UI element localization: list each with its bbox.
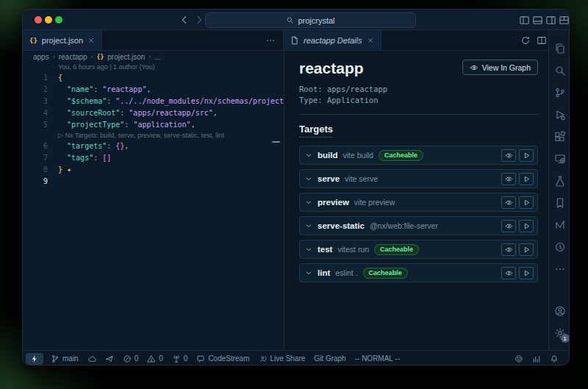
token: "sourceRoot" [67, 109, 120, 117]
split-editor-icon[interactable] [537, 35, 547, 46]
breadcrumb-separator: › [148, 53, 151, 60]
status-item-feedback[interactable] [510, 353, 528, 365]
cacheable-badge: Cacheable [379, 150, 423, 161]
account-icon[interactable] [549, 300, 570, 322]
code-line-7[interactable]: 7 "tags": [] [23, 152, 284, 164]
show-config-button[interactable] [501, 173, 516, 185]
more-icon[interactable] [549, 258, 570, 280]
run-target-button[interactable] [519, 220, 534, 232]
source-control-icon[interactable] [549, 82, 570, 104]
status-item-git-branch[interactable]: main [46, 353, 83, 365]
chevron-down-icon[interactable] [305, 222, 312, 229]
radio-tower-icon [172, 354, 181, 363]
show-config-button[interactable] [501, 220, 516, 232]
code-line-8[interactable]: 8} ✦ [23, 164, 284, 176]
breadcrumb-item-apps[interactable]: apps [33, 53, 49, 61]
status-item-vim-mode[interactable]: -- NORMAL -- [351, 353, 404, 365]
status-item-sync-cloud[interactable] [83, 353, 101, 365]
more-actions-icon[interactable] [265, 35, 276, 46]
command-center-search[interactable]: projcrystal [205, 13, 416, 28]
show-config-button[interactable] [501, 267, 516, 279]
breadcrumb-item-reactapp[interactable]: reactapp [59, 53, 87, 61]
status-item-live-share[interactable]: Live Share [254, 353, 310, 365]
run-target-button[interactable] [519, 149, 534, 162]
show-config-button[interactable] [501, 243, 516, 256]
status-item-git-graph[interactable]: Git Graph [309, 353, 350, 365]
forward-icon[interactable] [194, 15, 204, 25]
chevron-down-icon[interactable] [305, 151, 312, 159]
blame-codelens[interactable]: You, 6 hours ago | 1 author (You) [23, 63, 284, 72]
remote-explorer-icon[interactable] [549, 148, 570, 170]
status-item-remote-indicator[interactable] [26, 353, 43, 365]
tab-actions-left [265, 30, 283, 50]
tab-project-json[interactable]: {} project.json [23, 30, 102, 50]
history-icon[interactable] [549, 236, 570, 258]
files-icon[interactable] [549, 38, 570, 60]
codelens-text[interactable]: ▷ Nx Targets: build, serve, preview, ser… [58, 131, 224, 140]
chevron-down-icon[interactable] [305, 175, 312, 182]
editor-project-json[interactable]: You, 6 hours ago | 1 author (You)1{2 "na… [23, 63, 284, 350]
chevron-down-icon[interactable] [305, 199, 312, 206]
code-line-2[interactable]: 2 "name": "reactapp", [23, 84, 284, 96]
status-item-notifications[interactable] [545, 353, 563, 365]
close-window-button[interactable] [35, 16, 42, 24]
run-target-button[interactable] [519, 243, 534, 256]
file-icon [290, 36, 299, 45]
bookmarks-icon[interactable] [549, 192, 570, 214]
minimize-window-button[interactable] [45, 16, 52, 24]
status-item-publish[interactable] [101, 353, 118, 365]
code-line-9[interactable]: 9 [23, 176, 284, 188]
status-item-activity-meter[interactable] [528, 353, 545, 365]
target-row-serve-static[interactable]: serve-static@nx/web:file-server [299, 216, 538, 235]
back-icon[interactable] [179, 15, 190, 25]
code-line-3[interactable]: 3 "$schema": "../../node_modules/nx/sche… [23, 96, 284, 107]
refresh-icon[interactable] [520, 35, 531, 46]
target-row-lint[interactable]: linteslint .Cacheable [299, 263, 538, 282]
desktop-background: projcrystal {} project.json [0, 0, 588, 389]
testing-icon[interactable] [549, 170, 570, 192]
toggle-sidebar-icon[interactable] [519, 15, 530, 26]
breadcrumb-item-project-json[interactable]: project.json [107, 53, 145, 61]
zoom-window-button[interactable] [55, 16, 62, 24]
search-icon[interactable] [549, 60, 570, 82]
close-tab-icon[interactable] [87, 37, 95, 44]
customize-layout-icon[interactable] [559, 15, 570, 26]
nx-console-icon[interactable] [549, 214, 570, 236]
token: "reactapp" [102, 85, 146, 93]
target-row-build[interactable]: buildvite buildCacheable [299, 146, 538, 165]
code-line-4[interactable]: 4 "sourceRoot": "apps/reactapp/src", [23, 107, 284, 119]
nx-targets-codelens[interactable]: ▷ Nx Targets: build, serve, preview, ser… [23, 131, 284, 140]
status-right [510, 353, 563, 365]
toggle-panel-icon[interactable] [532, 15, 543, 26]
run-target-button[interactable] [519, 267, 534, 279]
breadcrumb-item-symbol[interactable]: ... [154, 53, 160, 61]
chevron-down-icon[interactable] [305, 246, 312, 253]
token: , [146, 85, 151, 93]
close-tab-icon[interactable] [367, 37, 374, 44]
tab-reactapp-details[interactable]: reactapp Details [284, 30, 381, 50]
target-row-preview[interactable]: previewvite preview [299, 193, 538, 212]
status-item-warnings[interactable]: 0 [143, 353, 168, 365]
extensions-icon[interactable] [549, 126, 570, 148]
code-line-1[interactable]: 1{ [23, 72, 284, 84]
target-row-serve[interactable]: servevite serve [299, 169, 538, 188]
status-item-errors[interactable]: 0 [118, 353, 143, 365]
run-target-button[interactable] [519, 173, 534, 185]
status-label: Live Share [270, 354, 306, 363]
code-line-6[interactable]: 6 "targets": {}, [23, 140, 284, 152]
show-config-button[interactable] [501, 196, 516, 209]
code-line-5[interactable]: 5 "projectType": "application", [23, 119, 284, 131]
target-row-test[interactable]: testvitest runCacheable [299, 240, 538, 259]
line-number: 6 [23, 140, 48, 152]
codelens-text[interactable]: You, 6 hours ago | 1 author (You) [58, 63, 155, 72]
view-in-graph-button[interactable]: View In Graph [462, 60, 538, 75]
toggle-secondary-sidebar-icon[interactable] [545, 15, 556, 26]
settings-icon[interactable]: 1 [549, 322, 570, 344]
run-debug-icon[interactable] [549, 104, 570, 126]
chevron-down-icon[interactable] [305, 269, 312, 276]
show-config-button[interactable] [501, 149, 516, 162]
run-target-button[interactable] [519, 196, 534, 209]
status-item-ports[interactable]: 0 [168, 353, 193, 365]
token [58, 142, 67, 150]
status-item-codestream[interactable]: CodeStream [192, 353, 254, 365]
